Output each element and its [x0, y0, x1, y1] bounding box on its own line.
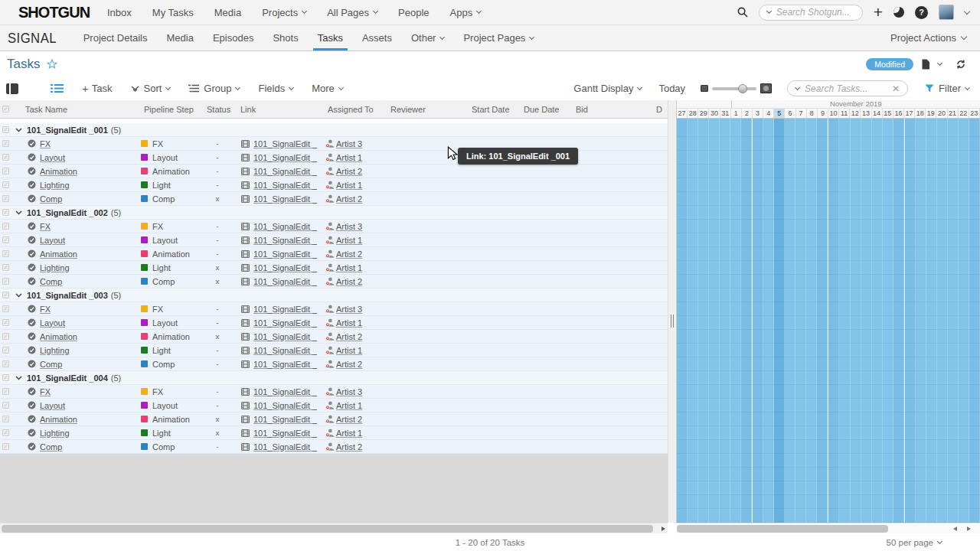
sort-button[interactable]: Sort: [131, 83, 171, 94]
task-name-link[interactable]: Layout: [40, 401, 65, 410]
thumbnail-view-icon[interactable]: [28, 83, 41, 94]
column-header-due-date[interactable]: Due Date: [518, 105, 570, 114]
project-nav-item-episodes[interactable]: Episodes: [213, 32, 253, 44]
assignee-link[interactable]: Artist 1: [336, 429, 362, 438]
row-checkbox[interactable]: ✓: [2, 223, 9, 230]
top-nav-item-people[interactable]: People: [398, 7, 429, 18]
task-name-link[interactable]: Layout: [40, 236, 65, 245]
row-checkbox[interactable]: ✓: [2, 181, 9, 188]
shot-link[interactable]: 101_SignalEdit _: [253, 194, 317, 204]
project-nav-item-project-pages[interactable]: Project Pages: [463, 32, 534, 44]
shot-link[interactable]: 101_SignalEdit _: [253, 318, 317, 328]
task-name-link[interactable]: Animation: [40, 249, 77, 259]
gantt-day-header-7[interactable]: 7: [796, 109, 807, 118]
gantt-day-header-17[interactable]: 17: [904, 109, 915, 118]
gantt-day-header-1[interactable]: 1: [731, 109, 742, 118]
assignee-link[interactable]: Artist 3: [336, 139, 362, 148]
help-icon[interactable]: ?: [915, 6, 928, 19]
gantt-day-header-27[interactable]: 27: [677, 109, 688, 118]
filter-button[interactable]: Filter: [939, 83, 969, 94]
task-name-link[interactable]: Lighting: [40, 181, 70, 190]
column-header-bid[interactable]: Bid: [570, 105, 650, 114]
status-cell[interactable]: -: [201, 165, 234, 178]
assignee-link[interactable]: Artist 1: [336, 263, 362, 272]
gantt-day-header-2[interactable]: 2: [742, 109, 753, 118]
group-button[interactable]: Group: [188, 83, 240, 94]
assignee-link[interactable]: Artist 3: [336, 387, 362, 396]
search-icon[interactable]: [737, 7, 748, 18]
column-header-assigned-to[interactable]: Assigned To: [322, 105, 384, 114]
shot-link[interactable]: 101_SignalEdit _: [253, 277, 317, 286]
shot-link[interactable]: 101_SignalEdit _: [253, 442, 317, 452]
top-nav-item-inbox[interactable]: Inbox: [107, 7, 132, 18]
status-cell[interactable]: -: [201, 151, 234, 164]
assignee-link[interactable]: Artist 2: [336, 249, 362, 259]
gantt-day-header-20[interactable]: 20: [936, 109, 947, 118]
gantt-day-header-3[interactable]: 3: [753, 109, 763, 118]
task-search-box[interactable]: ✕: [787, 80, 908, 96]
scrollbar-thumb[interactable]: [677, 525, 888, 533]
gantt-day-header-5[interactable]: 5: [774, 109, 785, 118]
task-name-link[interactable]: FX: [40, 222, 51, 231]
task-name-link[interactable]: Animation: [40, 332, 77, 341]
assignee-link[interactable]: Artist 2: [336, 442, 362, 452]
project-nav-item-tasks[interactable]: Tasks: [318, 32, 343, 44]
project-actions-button[interactable]: Project Actions: [890, 32, 966, 44]
assignee-link[interactable]: Artist 3: [336, 305, 362, 314]
status-cell[interactable]: -: [201, 385, 234, 398]
status-cell[interactable]: x: [201, 330, 234, 343]
row-checkbox[interactable]: ✓: [2, 264, 9, 271]
gantt-day-header-16[interactable]: 16: [893, 109, 904, 118]
assignee-link[interactable]: Artist 1: [336, 153, 362, 162]
group-collapse-chevron-icon[interactable]: [15, 128, 22, 132]
gantt-day-header-13[interactable]: 13: [861, 109, 871, 118]
global-search-input[interactable]: [776, 7, 853, 18]
assignee-link[interactable]: Artist 1: [336, 318, 362, 328]
task-name-link[interactable]: Layout: [40, 153, 65, 162]
gantt-day-header-12[interactable]: 12: [850, 109, 861, 118]
group-row-101-signaledit-004[interactable]: ✓101_SignalEdit _004(5): [0, 371, 668, 385]
status-cell[interactable]: -: [201, 178, 234, 191]
status-cell[interactable]: -: [201, 344, 234, 357]
column-header-d[interactable]: D: [650, 105, 668, 114]
gantt-day-header-11[interactable]: 11: [839, 109, 850, 118]
top-nav-item-my-tasks[interactable]: My Tasks: [152, 7, 194, 18]
splitter-grip-icon[interactable]: [671, 315, 675, 328]
gantt-day-header-14[interactable]: 14: [872, 109, 883, 118]
shot-link[interactable]: 101_SignalEdit _: [253, 263, 317, 272]
top-nav-item-all-pages[interactable]: All Pages: [327, 7, 377, 18]
project-name[interactable]: SIGNAL: [8, 30, 57, 47]
top-nav-item-apps[interactable]: Apps: [450, 7, 482, 18]
per-page-selector[interactable]: 50 per page: [887, 538, 942, 547]
assignee-link[interactable]: Artist 1: [336, 401, 362, 410]
column-header-reviewer[interactable]: Reviewer: [384, 105, 466, 114]
task-name-link[interactable]: Comp: [40, 442, 62, 452]
status-cell[interactable]: -: [201, 440, 234, 453]
list-view-icon[interactable]: [51, 83, 64, 93]
assignee-link[interactable]: Artist 2: [336, 332, 362, 341]
gantt-day-header-23[interactable]: 23: [969, 109, 980, 118]
shot-link[interactable]: 101_SignalEdit _: [253, 139, 317, 148]
zoom-out-thumbnail-icon[interactable]: [701, 85, 708, 92]
task-name-link[interactable]: Lighting: [40, 346, 70, 355]
status-cell[interactable]: -: [201, 316, 234, 329]
group-row-101-signaledit-003[interactable]: ✓101_SignalEdit _003(5): [0, 289, 668, 302]
shot-link[interactable]: 101_SignalEdit _: [253, 360, 317, 369]
row-checkbox[interactable]: ✓: [2, 429, 9, 436]
moon-icon[interactable]: [893, 7, 904, 18]
clear-search-icon[interactable]: ✕: [892, 83, 900, 94]
shot-link[interactable]: 101_SignalEdit _: [253, 153, 317, 162]
assignee-link[interactable]: Artist 1: [336, 181, 362, 190]
avatar[interactable]: [939, 5, 954, 20]
gantt-day-header-9[interactable]: 9: [818, 109, 828, 118]
gantt-body[interactable]: [677, 119, 980, 523]
assignee-link[interactable]: Artist 2: [336, 194, 362, 204]
column-header-task-name[interactable]: Task Name: [12, 105, 138, 114]
status-cell[interactable]: x: [201, 275, 234, 288]
shot-link[interactable]: 101_SignalEdit _: [253, 332, 317, 341]
shotgun-logo[interactable]: SHOTGUN: [18, 3, 90, 21]
star-favorite-icon[interactable]: [47, 59, 57, 70]
task-name-link[interactable]: Comp: [40, 194, 62, 204]
status-cell[interactable]: -: [201, 220, 234, 233]
row-checkbox[interactable]: ✓: [2, 292, 9, 298]
